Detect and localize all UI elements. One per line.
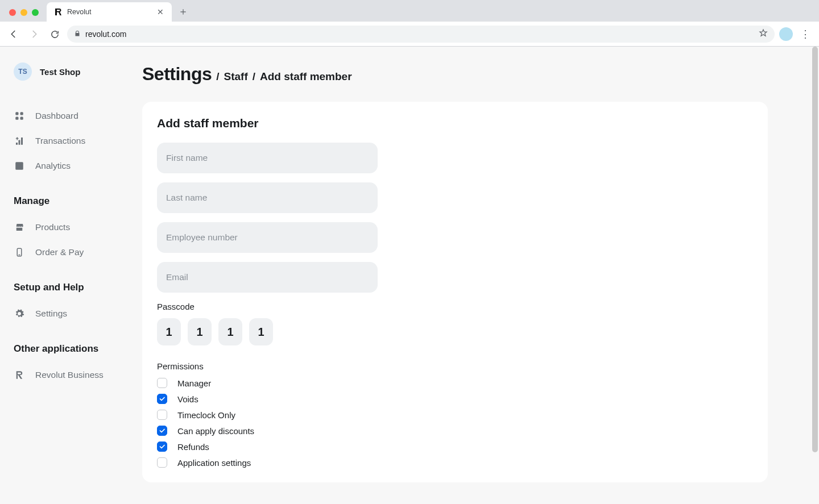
- checkbox[interactable]: [157, 394, 167, 404]
- analytics-icon: [14, 160, 25, 172]
- passcode-inputs: 1 1 1 1: [157, 318, 753, 345]
- scrollbar-thumb[interactable]: [812, 47, 818, 452]
- nav-section-other: Other applications Revolut Business: [14, 343, 142, 388]
- reload-button[interactable]: [47, 26, 63, 42]
- org-avatar: TS: [14, 63, 32, 81]
- new-tab-button[interactable]: ＋: [175, 3, 191, 19]
- permission-row[interactable]: Application settings: [157, 457, 753, 468]
- sidebar-item-label: Products: [35, 222, 70, 232]
- passcode-digit[interactable]: 1: [249, 318, 273, 345]
- employee-number-field[interactable]: [157, 222, 378, 253]
- tab-strip: Revolut ✕ ＋: [0, 0, 819, 22]
- sidebar-item-label: Settings: [35, 309, 67, 319]
- app-root: TS Test Shop Dashboard Transactions A: [0, 47, 819, 504]
- org-name: Test Shop: [40, 67, 80, 77]
- breadcrumb-item[interactable]: Staff: [224, 70, 248, 83]
- permissions-label: Permissions: [157, 361, 753, 371]
- forward-button[interactable]: [26, 26, 42, 42]
- window-controls: [5, 9, 43, 22]
- back-button[interactable]: [6, 26, 22, 42]
- svg-rect-2: [15, 117, 18, 120]
- last-name-field[interactable]: [157, 182, 378, 213]
- window-minimize-icon[interactable]: [20, 9, 27, 16]
- sidebar-item-label: Dashboard: [35, 111, 78, 121]
- main-content: Settings / Staff / Add staff member Add …: [142, 47, 819, 504]
- passcode-digit[interactable]: 1: [157, 318, 181, 345]
- sidebar-item-label: Order & Pay: [35, 247, 84, 257]
- sidebar-item-order-pay[interactable]: Order & Pay: [14, 240, 142, 265]
- nav-heading: Other applications: [14, 343, 142, 355]
- tab-title: Revolut: [67, 8, 91, 16]
- permission-label: Voids: [177, 394, 198, 404]
- svg-rect-0: [15, 112, 18, 115]
- first-name-field[interactable]: [157, 143, 378, 173]
- sidebar-item-settings[interactable]: Settings: [14, 301, 142, 326]
- sidebar-item-dashboard[interactable]: Dashboard: [14, 103, 142, 128]
- gear-icon: [14, 308, 25, 319]
- window-maximize-icon[interactable]: [32, 9, 39, 16]
- browser-toolbar: revolut.com ⋮: [0, 22, 819, 46]
- address-bar[interactable]: revolut.com: [67, 26, 775, 43]
- checkbox[interactable]: [157, 378, 167, 388]
- permissions-list: ManagerVoidsTimeclock OnlyCan apply disc…: [157, 378, 753, 468]
- permission-label: Application settings: [177, 458, 251, 468]
- sidebar-item-transactions[interactable]: Transactions: [14, 128, 142, 153]
- passcode-digit[interactable]: 1: [188, 318, 212, 345]
- lock-icon: [74, 30, 81, 39]
- permission-row[interactable]: Timeclock Only: [157, 410, 753, 420]
- email-field[interactable]: [157, 262, 378, 293]
- revolut-icon: [14, 369, 25, 381]
- tab-close-icon[interactable]: ✕: [156, 7, 165, 16]
- passcode-digit[interactable]: 1: [218, 318, 242, 345]
- checkbox[interactable]: [157, 410, 167, 420]
- window-close-icon[interactable]: [9, 9, 16, 16]
- permission-label: Timeclock Only: [177, 410, 235, 420]
- storefront-icon: [14, 222, 25, 233]
- check-icon: [159, 443, 166, 450]
- passcode-label: Passcode: [157, 302, 753, 311]
- svg-rect-1: [20, 112, 23, 115]
- sidebar-item-revolut-business[interactable]: Revolut Business: [14, 363, 142, 388]
- sidebar-item-products[interactable]: Products: [14, 215, 142, 240]
- checkbox[interactable]: [157, 441, 167, 452]
- check-icon: [159, 427, 166, 434]
- checkbox[interactable]: [157, 457, 167, 468]
- favicon-icon: [53, 7, 63, 16]
- reload-icon: [50, 30, 60, 39]
- nav-section-manage: Manage Products Order & Pay: [14, 195, 142, 265]
- browser-chrome: Revolut ✕ ＋ revolut.com ⋮: [0, 0, 819, 47]
- bookmark-icon[interactable]: [759, 28, 768, 40]
- permission-label: Can apply discounts: [177, 426, 254, 436]
- breadcrumb-separator: /: [253, 70, 255, 83]
- transactions-icon: [14, 135, 25, 147]
- svg-rect-3: [20, 117, 23, 120]
- permission-row[interactable]: Can apply discounts: [157, 426, 753, 436]
- permission-label: Manager: [177, 378, 211, 388]
- grid-icon: [14, 110, 25, 122]
- scrollbar-track[interactable]: [812, 47, 818, 504]
- permission-row[interactable]: Manager: [157, 378, 753, 388]
- card-heading: Add staff member: [157, 116, 753, 130]
- checkbox[interactable]: [157, 426, 167, 436]
- browser-menu-button[interactable]: ⋮: [797, 26, 813, 42]
- permission-row[interactable]: Voids: [157, 394, 753, 404]
- org-switcher[interactable]: TS Test Shop: [14, 63, 142, 81]
- sidebar-item-label: Revolut Business: [35, 370, 104, 380]
- nav-section-setup: Setup and Help Settings: [14, 282, 142, 326]
- nav-heading: Setup and Help: [14, 282, 142, 293]
- profile-avatar[interactable]: [779, 27, 793, 41]
- check-icon: [159, 395, 166, 402]
- permission-label: Refunds: [177, 442, 209, 452]
- browser-tab[interactable]: Revolut ✕: [47, 2, 172, 22]
- sidebar-item-label: Analytics: [35, 161, 71, 171]
- nav-heading: Manage: [14, 195, 142, 207]
- breadcrumb: Settings / Staff / Add staff member: [142, 64, 791, 85]
- permission-row[interactable]: Refunds: [157, 441, 753, 452]
- sidebar: TS Test Shop Dashboard Transactions A: [0, 47, 142, 504]
- add-staff-card: Add staff member Passcode 1 1 1 1 Permis…: [142, 102, 768, 482]
- sidebar-item-analytics[interactable]: Analytics: [14, 153, 142, 178]
- breadcrumb-item: Add staff member: [260, 70, 352, 83]
- page-title: Settings: [142, 64, 212, 85]
- url-text: revolut.com: [85, 30, 754, 39]
- arrow-left-icon: [9, 29, 19, 39]
